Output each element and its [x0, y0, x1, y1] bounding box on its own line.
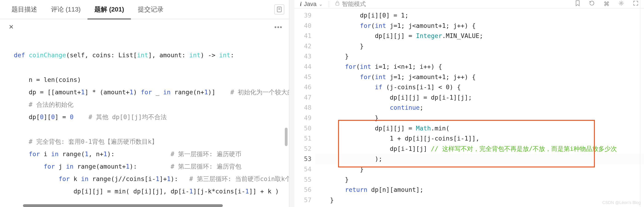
code-text: int: [137, 52, 148, 59]
code-text: in: [51, 150, 59, 157]
code-editor[interactable]: 3940414243444546474849505152535455565758…: [294, 9, 644, 207]
solution-code: def coinChange(self, coins: List[int], a…: [0, 35, 289, 207]
editor-toolbar: i Java ⌄ 智能模式 ⌘: [294, 0, 644, 9]
code-text: int: [219, 52, 230, 59]
line-number: 54: [294, 164, 312, 174]
line-number: 52: [294, 144, 312, 154]
code-text: 1: [126, 163, 130, 170]
code-text: 1: [167, 175, 171, 182]
code-text: 1: [130, 89, 133, 96]
line-number: 57: [294, 195, 312, 205]
line-number: 45: [294, 72, 312, 82]
editor-mode[interactable]: 智能模式: [335, 0, 366, 8]
code-text: ][: [44, 113, 51, 120]
tab-submissions[interactable]: 提交记录: [131, 0, 170, 19]
code-text: (self, coins: List[: [66, 52, 137, 59]
reset-icon[interactable]: [589, 0, 595, 8]
code-text: in: [81, 175, 89, 182]
line-number: 55: [294, 174, 312, 185]
expand-icon[interactable]: [633, 1, 638, 8]
bookmark-icon[interactable]: [575, 0, 580, 8]
line-number: 41: [294, 31, 312, 41]
close-icon[interactable]: ✕: [6, 22, 16, 32]
notes-icon[interactable]: [274, 4, 284, 15]
code-text: 1: [156, 175, 160, 182]
java-code: dp[i][0] = 1; for(int j=1; j<amount+1; j…: [315, 10, 644, 207]
line-number: 39: [294, 10, 312, 21]
code-text: range(j//coins[i-: [88, 175, 156, 182]
horizontal-scrollbar[interactable]: [23, 204, 223, 207]
code-text: i: [40, 150, 51, 157]
command-icon[interactable]: ⌘: [604, 1, 610, 8]
code-text: for: [141, 89, 152, 96]
line-gutter: 3940414243444546474849505152535455565758: [294, 9, 315, 207]
code-text: ] =: [55, 113, 70, 120]
editor-scrollbar-track[interactable]: [640, 0, 644, 207]
line-number: 43: [294, 51, 312, 62]
code-text: 0: [70, 113, 74, 120]
lock-icon: [335, 1, 340, 8]
code-text: _: [152, 89, 163, 96]
line-number: 46: [294, 82, 312, 92]
code-text: ):: [107, 150, 170, 157]
code-text: for: [14, 175, 70, 182]
problem-tabs: 题目描述 评论 (113) 题解 (201) 提交记录: [0, 0, 289, 19]
mode-label: 智能模式: [342, 0, 366, 8]
code-text: range(amount+: [74, 163, 126, 170]
code-text: k: [70, 175, 81, 182]
tab-comments[interactable]: 评论 (113): [44, 0, 88, 19]
line-number: 56: [294, 185, 312, 195]
left-panel: 题目描述 评论 (113) 题解 (201) 提交记录 ✕ ••• def co…: [0, 0, 290, 207]
code-text: for: [14, 163, 55, 170]
code-text: # 第一层循环: 遍历硬币: [171, 150, 242, 157]
line-number: 44: [294, 62, 312, 72]
code-text: 1: [245, 188, 249, 195]
more-icon[interactable]: •••: [274, 24, 282, 31]
code-text: # 第二层循环: 遍历背包: [171, 163, 242, 170]
line-number: 51: [294, 133, 312, 144]
code-text: coinChange: [29, 52, 66, 59]
line-number: 40: [294, 21, 312, 31]
toolbar-separator: [329, 1, 329, 7]
right-panel: i Java ⌄ 智能模式 ⌘ 3940: [294, 0, 644, 207]
code-text: in: [66, 163, 74, 170]
code-text: j: [55, 163, 66, 170]
code-text: int: [189, 52, 200, 59]
code-text: 1: [204, 89, 208, 96]
language-label: Java: [304, 1, 316, 8]
code-text: 0: [51, 113, 55, 120]
line-number: 48: [294, 103, 312, 113]
code-text: :: [230, 52, 234, 59]
tab-solutions[interactable]: 题解 (201): [88, 0, 131, 19]
code-text: # 完全背包: 套用0-1背包【遍历硬币数目k】: [14, 138, 158, 145]
code-text: range(: [58, 150, 85, 157]
code-text: # 第三层循环: 当前硬币coin取k个 (k: [189, 175, 289, 182]
code-text: def: [14, 52, 29, 59]
svg-point-4: [620, 3, 622, 4]
code-text: ):: [130, 163, 171, 170]
code-text: range(n+: [171, 89, 204, 96]
code-text: in: [163, 89, 171, 96]
code-text: # 初始化为一个较大的值，: [230, 89, 289, 96]
panel-divider[interactable]: [290, 0, 294, 207]
code-text: 0: [40, 113, 44, 120]
line-number: 42: [294, 41, 312, 52]
svg-rect-3: [336, 3, 339, 5]
code-text: dp[i][j] = min( dp[i][j], dp[i-: [14, 188, 189, 195]
vertical-scrollbar[interactable]: [285, 128, 288, 146]
code-text: 1: [103, 150, 107, 157]
watermark: CSDN @Léon's Blog: [602, 200, 641, 205]
code-text: ] * (amount+: [85, 89, 130, 96]
code-text: n = len(coins): [14, 76, 81, 83]
solution-sub-bar: ✕ •••: [0, 19, 289, 35]
gear-icon[interactable]: [618, 0, 624, 8]
code-text: # 合法的初始化: [14, 101, 74, 108]
code-text: dp = [[amount+: [14, 89, 81, 96]
code-text: ) ->: [200, 52, 219, 59]
code-text: , n+: [88, 150, 103, 157]
code-area[interactable]: dp[i][0] = 1; for(int j=1; j<amount+1; j…: [315, 9, 644, 207]
language-selector[interactable]: i Java ⌄: [300, 1, 323, 8]
line-number: 47: [294, 92, 312, 103]
tab-description[interactable]: 题目描述: [4, 0, 44, 19]
code-text: 1: [81, 89, 85, 96]
